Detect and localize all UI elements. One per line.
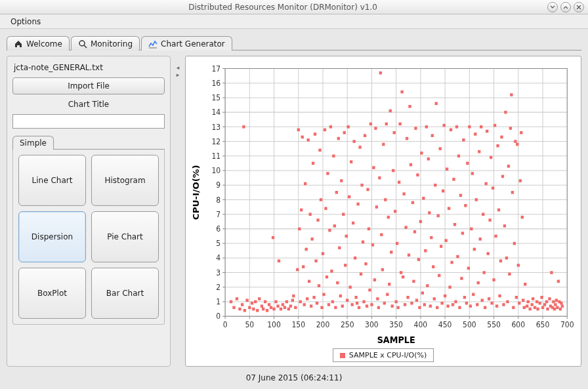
svg-rect-229	[386, 293, 388, 297]
svg-rect-197	[354, 296, 357, 299]
tab-welcome[interactable]: Welcome	[7, 36, 70, 51]
type-histogram-button[interactable]: Histogram	[91, 155, 159, 206]
svg-rect-173	[331, 300, 334, 304]
svg-text:10: 10	[211, 167, 220, 175]
svg-rect-116	[258, 297, 261, 300]
menu-options[interactable]: Options	[5, 16, 46, 28]
svg-rect-314	[469, 304, 472, 308]
svg-rect-191	[349, 285, 352, 289]
svg-rect-226	[383, 302, 386, 305]
svg-rect-378	[536, 308, 539, 311]
svg-rect-194	[352, 222, 354, 225]
svg-rect-130	[284, 306, 286, 310]
svg-rect-137	[296, 268, 299, 272]
svg-rect-294	[450, 129, 452, 132]
svg-rect-245	[402, 276, 404, 279]
tab-welcome-label: Welcome	[26, 39, 62, 49]
svg-rect-235	[392, 169, 394, 173]
svg-rect-164	[322, 293, 325, 297]
expand-right-icon[interactable]: ▸	[177, 72, 180, 78]
svg-text:0: 0	[216, 312, 220, 321]
svg-rect-346	[500, 136, 503, 139]
svg-rect-305	[460, 277, 463, 280]
svg-rect-338	[492, 278, 495, 281]
close-button[interactable]	[574, 2, 584, 12]
svg-rect-250	[406, 296, 409, 299]
svg-rect-282	[438, 274, 440, 277]
svg-rect-188	[346, 298, 348, 302]
svg-text:50: 50	[245, 321, 254, 329]
svg-rect-138	[297, 129, 300, 132]
maximize-button[interactable]	[560, 2, 571, 12]
svg-rect-187	[345, 235, 348, 238]
subtab-simple[interactable]: Simple	[12, 136, 54, 150]
type-dispersion-button[interactable]: Dispersion	[18, 211, 86, 262]
svg-rect-237	[394, 210, 396, 213]
svg-rect-369	[523, 306, 526, 310]
svg-rect-117	[261, 304, 263, 308]
svg-rect-392	[555, 298, 558, 302]
svg-rect-174	[332, 155, 335, 158]
svg-text:6: 6	[216, 225, 220, 234]
chart-type-grid: Line Chart Histogram Dispersion Pie Char…	[12, 150, 165, 325]
svg-text:550: 550	[487, 321, 501, 329]
type-line-chart-button[interactable]: Line Chart	[18, 155, 86, 206]
svg-rect-262	[418, 306, 421, 310]
svg-text:150: 150	[291, 321, 305, 329]
svg-rect-326	[481, 298, 484, 302]
svg-text:0: 0	[223, 321, 228, 329]
svg-rect-204	[362, 241, 364, 244]
svg-rect-291	[446, 304, 449, 308]
svg-rect-297	[452, 178, 455, 181]
svg-rect-256	[412, 280, 415, 283]
svg-rect-222	[379, 72, 382, 75]
svg-rect-271	[427, 157, 430, 161]
svg-rect-170	[328, 229, 331, 232]
svg-rect-160	[318, 149, 321, 152]
svg-rect-345	[499, 259, 502, 262]
type-boxplot-button[interactable]: BoxPlot	[18, 268, 86, 319]
svg-rect-377	[536, 300, 538, 304]
svg-rect-150	[308, 213, 311, 216]
import-file-button[interactable]: Import File	[12, 77, 165, 94]
svg-rect-233	[390, 251, 392, 254]
svg-rect-212	[369, 123, 372, 126]
magnify-icon	[78, 39, 87, 49]
svg-rect-354	[508, 272, 511, 276]
subtab-simple-label: Simple	[20, 138, 47, 148]
svg-rect-246	[402, 192, 405, 195]
collapse-left-icon[interactable]: ◂	[177, 65, 180, 71]
svg-rect-353	[507, 165, 510, 168]
svg-rect-103	[230, 300, 232, 304]
tab-monitoring[interactable]: Monitoring	[71, 36, 140, 51]
svg-rect-382	[543, 303, 546, 306]
svg-rect-120	[266, 309, 268, 312]
svg-rect-313	[468, 125, 471, 129]
svg-rect-276	[432, 265, 434, 268]
svg-rect-306	[461, 232, 464, 235]
chart-panel: 0123456789101112131415161705010015020025…	[185, 56, 581, 367]
svg-rect-177	[335, 191, 338, 194]
svg-rect-298	[453, 223, 456, 226]
tab-chart-generator[interactable]: Chart Generator	[141, 36, 232, 51]
svg-rect-110	[245, 298, 248, 302]
svg-rect-184	[342, 213, 345, 216]
svg-rect-105	[236, 297, 238, 300]
svg-rect-347	[501, 175, 504, 178]
svg-rect-122	[270, 306, 272, 310]
splitter-handle[interactable]: ◂ ▸	[175, 56, 181, 367]
svg-rect-323	[478, 150, 480, 154]
svg-rect-322	[477, 281, 480, 285]
svg-text:350: 350	[389, 321, 403, 329]
chart-title-input[interactable]	[12, 114, 165, 129]
minimize-button[interactable]	[547, 2, 558, 12]
svg-rect-329	[484, 306, 486, 310]
svg-rect-161	[320, 198, 322, 201]
type-bar-chart-button[interactable]: Bar Chart	[91, 268, 159, 319]
svg-rect-207	[364, 262, 367, 266]
svg-rect-151	[310, 304, 312, 308]
svg-point-0	[79, 41, 85, 46]
type-pie-chart-button[interactable]: Pie Chart	[91, 211, 159, 262]
svg-rect-203	[360, 184, 363, 187]
svg-rect-319	[474, 133, 476, 136]
